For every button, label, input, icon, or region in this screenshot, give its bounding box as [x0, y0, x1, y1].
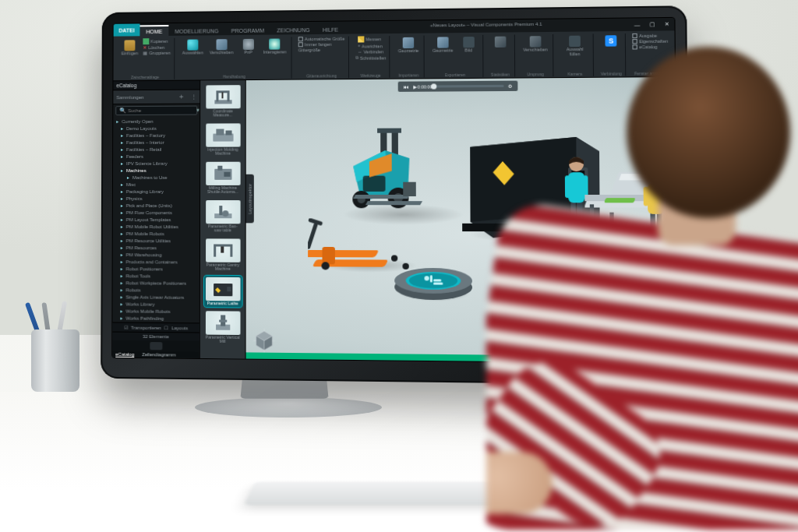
chevron-right-icon: ▸	[121, 132, 126, 138]
tree-node[interactable]: ▸Facilities – Retail	[113, 146, 200, 153]
catalog-tree[interactable]: ▸Currently Open▸Demo Layouts▸Facilities …	[112, 117, 200, 323]
show-output-check[interactable]: Ausgabe	[633, 33, 669, 39]
thumb-preview	[206, 200, 240, 224]
tree-node[interactable]: ▸Machines	[113, 167, 200, 174]
sim-reset-button[interactable]: ⏮	[402, 83, 409, 90]
hand-icon	[270, 39, 281, 50]
thumb-item[interactable]: Parametric Lathe	[203, 275, 242, 307]
svg-rect-37	[322, 247, 334, 264]
svg-point-40	[321, 262, 329, 270]
tree-node[interactable]: ▸Facilities – Factory	[113, 132, 200, 139]
tree-node[interactable]: ▸Physics	[113, 195, 200, 202]
tree-node[interactable]: ▸Products and Containers	[113, 258, 200, 266]
collections-menu-icon[interactable]: ⋮	[191, 93, 196, 100]
snap-button[interactable]: ⌖Ausrichten	[358, 43, 383, 48]
svg-rect-34	[403, 182, 416, 196]
chevron-right-icon: ▸	[121, 224, 126, 229]
chevron-right-icon: ▸	[120, 301, 125, 306]
svg-rect-35	[308, 250, 379, 257]
tree-node[interactable]: ▸PM Resource Utilities	[113, 237, 200, 244]
thumb-preview	[205, 311, 240, 335]
paste-button[interactable]: Einfügen	[119, 38, 139, 58]
copy-button[interactable]: Kopieren	[143, 38, 170, 44]
svg-rect-33	[365, 201, 422, 205]
chevron-right-icon: ▸	[121, 245, 126, 250]
export-image-button[interactable]: Bild	[458, 35, 479, 55]
tab-home[interactable]: HOME	[139, 25, 168, 36]
tree-node[interactable]: ▸Demo Layouts	[113, 125, 200, 132]
thumb-item[interactable]: Parametric Ban-saw table	[204, 199, 242, 234]
svg-point-47	[425, 276, 429, 280]
chevron-right-icon: ▸	[121, 196, 126, 201]
add-collection-button[interactable]: ＋	[178, 92, 185, 102]
tree-node[interactable]: ▸PM Layout Templates	[113, 216, 200, 223]
delete-button[interactable]: ✕Löschen	[143, 45, 170, 50]
thumb-item[interactable]: Milling Machine Shuttle Automa...	[204, 160, 242, 196]
transport-group-check[interactable]: ☑	[124, 325, 128, 330]
svg-rect-17	[221, 246, 224, 252]
export-icon	[437, 37, 449, 48]
tree-node[interactable]: ▸Facilities – Interior	[113, 139, 200, 146]
grid-snap-check[interactable]: Immer fangen	[298, 42, 345, 48]
sidetab-cell[interactable]: Zellendiagramm	[142, 352, 175, 358]
search-clear-button[interactable]: ▾	[196, 107, 200, 114]
tree-node[interactable]: ▸PM Flow Components	[113, 209, 200, 216]
tree-node[interactable]: ▸PM Mobile Robot Utilities	[113, 223, 200, 230]
window-maximize-button[interactable]: ▢	[644, 18, 659, 31]
sidetab-ecatalog[interactable]: eCatalog	[115, 352, 134, 357]
search-row: 🔍 ▾ ✕	[115, 106, 197, 116]
tree-node[interactable]: ▸PM Mobile Robots	[113, 230, 200, 237]
interfaces-button[interactable]: ⧉Schnittstellen	[355, 55, 387, 60]
thumb-item[interactable]: Coordinate Measure...	[204, 83, 242, 119]
tab-programm[interactable]: PROGRAMM	[225, 24, 271, 36]
layout-inspector-tab[interactable]: Layoutinspektor	[246, 174, 254, 224]
grid-auto-check[interactable]: Automatische Größe	[298, 37, 345, 42]
measure-button[interactable]: Messen	[358, 36, 383, 42]
window-close-button[interactable]: ✕	[659, 18, 674, 31]
tree-node[interactable]: ▸Machines to Use	[113, 174, 200, 181]
import-geom-button[interactable]: Geometrie	[397, 36, 421, 55]
select-button[interactable]: Auswählen	[181, 37, 205, 57]
group-button[interactable]: ▦Gruppieren	[143, 51, 170, 55]
tree-node[interactable]: ▸PM Warehousing	[113, 251, 200, 258]
tree-node[interactable]: ▸IPV Science Library	[113, 160, 200, 167]
tree-node[interactable]: ▸PM Resources	[113, 244, 200, 251]
thumb-item[interactable]: Parametric Vertical Mill	[203, 309, 242, 346]
thumb-item[interactable]: Injection Molding Machine	[204, 122, 242, 157]
tab-modellierung[interactable]: MODELLIERUNG	[168, 24, 224, 36]
thumb-label: Parametric Vertical Mill	[205, 336, 240, 344]
svg-rect-50	[433, 282, 443, 284]
thumb-item[interactable]: Parametric Gantry Machine	[203, 237, 242, 273]
chevron-right-icon: ▸	[121, 238, 126, 243]
nav-cube[interactable]	[251, 327, 278, 354]
export-geom-button[interactable]: Geometrie	[431, 35, 455, 55]
floor-puck[interactable]	[391, 260, 475, 302]
pnp-button[interactable]: PnP	[238, 37, 258, 57]
chevron-right-icon: ▸	[120, 315, 125, 320]
tree-node[interactable]: ▸Currently Open	[113, 118, 200, 125]
grid-size-field[interactable]: Gittergröße	[298, 48, 345, 53]
thumb-label: Parametric Lathe	[207, 301, 238, 306]
tree-node[interactable]: ▸Pick and Place (Units)	[113, 202, 200, 209]
svg-rect-6	[216, 129, 224, 135]
forklift[interactable]	[330, 118, 467, 230]
chevron-right-icon: ▸	[116, 118, 122, 124]
file-menu-button[interactable]: DATEI	[114, 23, 140, 36]
tab-zeichnung[interactable]: ZEICHNUNG	[270, 23, 316, 35]
tree-node[interactable]: ▸Feeders	[113, 153, 200, 160]
chevron-right-icon: ▸	[121, 217, 126, 222]
layouts-group-check[interactable]: ☐	[164, 325, 168, 330]
show-props-check[interactable]: Eigenschaften	[633, 39, 669, 44]
attach-button[interactable]: ↔Verbinden	[358, 49, 383, 54]
tree-node[interactable]: ▸Misc	[113, 181, 200, 188]
thumb-preview	[206, 238, 241, 262]
ruler-icon	[358, 36, 364, 42]
import-icon	[403, 37, 414, 48]
view-toggle-button[interactable]	[150, 342, 162, 350]
window-minimize-button[interactable]: —	[630, 18, 644, 31]
move-button[interactable]: Verschieben	[208, 37, 235, 57]
tree-node[interactable]: ▸Packaging Library	[113, 188, 200, 195]
interact-button[interactable]: Interagieren	[262, 37, 288, 56]
search-input[interactable]	[126, 107, 195, 114]
tab-hilfe[interactable]: HILFE	[316, 23, 345, 34]
